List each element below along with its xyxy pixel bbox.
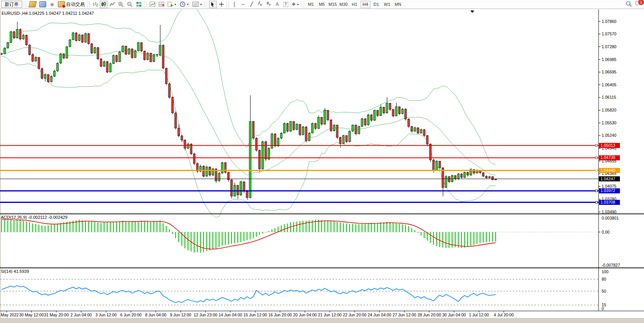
tile-windows-icon[interactable]: [135, 1, 143, 8]
clock-icon: [180, 2, 186, 7]
add-indicator-icon: [167, 2, 173, 7]
candle: [302, 127, 304, 134]
text-icon[interactable]: A: [273, 1, 281, 8]
timeframe-button-M1[interactable]: M1: [306, 1, 316, 8]
candle: [411, 126, 413, 131]
text-label-icon[interactable]: T: [282, 1, 290, 8]
price-level-handle[interactable]: [595, 201, 597, 203]
candle: [153, 54, 155, 61]
candle: [10, 32, 12, 43]
data-center-icon[interactable]: [38, 1, 47, 8]
cursor-icon[interactable]: [209, 1, 217, 8]
toolbar-grip[interactable]: [205, 1, 207, 8]
price-axis-label: 1.06985: [602, 57, 616, 62]
arrow-shapes-button[interactable]: ❖ ▼: [291, 1, 301, 8]
bollinger-upper-line: [2, 7, 496, 164]
candle: [271, 134, 273, 148]
vertical-line-icon[interactable]: │: [231, 1, 238, 8]
candle: [60, 54, 62, 63]
market-watch-icon[interactable]: [28, 1, 37, 8]
line-chart-icon[interactable]: [108, 1, 116, 8]
timeframe-button-M30[interactable]: M30: [339, 1, 349, 8]
rsi-label: SI(14) 41.5939: [1, 269, 29, 274]
macd-histogram-bar: [467, 232, 468, 246]
candlestick-chart-icon-glyph: [101, 2, 106, 7]
macd-histogram-bar: [464, 232, 465, 248]
signals-icon[interactable]: ◉: [48, 1, 56, 8]
zoom-out-icon[interactable]: [126, 1, 134, 8]
timeframe-button-M15[interactable]: M15: [328, 1, 338, 8]
toolbar-grip[interactable]: [302, 1, 304, 8]
macd-histogram-bar: [113, 222, 113, 232]
macd-histogram-bar: [147, 222, 148, 232]
time-axis-label: 12 Jun 23:00: [194, 313, 218, 317]
candlestick-chart-icon[interactable]: [100, 1, 108, 8]
timeframe-button-H1[interactable]: H1: [350, 1, 360, 8]
time-axis-label: 22 Jun 20:00: [343, 313, 367, 317]
bar-chart-icon[interactable]: [91, 1, 99, 8]
autotrading-button[interactable]: 自动交易: [57, 1, 86, 8]
crosshair-icon[interactable]: [218, 1, 225, 8]
timeframe-button-D1[interactable]: D1: [371, 1, 381, 8]
chevron-down-icon: ▼: [297, 3, 299, 6]
signals-icon-glyph: ◉: [50, 2, 54, 7]
toolbar-grip[interactable]: [144, 1, 146, 8]
price-level-handle[interactable]: [595, 157, 597, 159]
candle: [29, 45, 31, 55]
macd-histogram-bar: [107, 222, 107, 232]
crosshair-icon-glyph: [219, 2, 224, 7]
macd-histogram-bar: [169, 229, 169, 232]
periods-button[interactable]: ▼: [179, 1, 190, 8]
chart-shift-marker[interactable]: [470, 10, 474, 13]
candle: [299, 124, 301, 135]
candle: [274, 134, 276, 146]
timeframe-button-MN[interactable]: MN: [393, 1, 403, 8]
macd-histogram-bar: [455, 232, 455, 247]
fibonacci-glyph: ≡F: [266, 0, 271, 8]
candle: [32, 54, 34, 61]
toolbar-grip[interactable]: [87, 1, 89, 8]
search-icon[interactable]: [626, 1, 632, 7]
chevron-down-icon: ▼: [174, 3, 177, 6]
candle: [467, 172, 469, 175]
macd-histogram-bar: [20, 220, 20, 232]
timeframe-button-M5[interactable]: M5: [317, 1, 327, 8]
candle: [423, 129, 425, 136]
macd-histogram-bar: [200, 232, 200, 253]
bar-chart-icon-glyph: [92, 2, 98, 7]
candle: [402, 109, 404, 113]
trendline-icon[interactable]: ╱: [248, 1, 256, 8]
chart-canvas[interactable]: 1.078601.075701.072801.069851.066951.064…: [0, 0, 644, 323]
line-chart-icon-glyph: [110, 2, 115, 7]
candle: [187, 144, 189, 148]
candle: [265, 142, 267, 159]
candle: [395, 107, 397, 116]
add-indicator-button[interactable]: ▼: [166, 1, 178, 8]
macd-histogram-bar: [355, 224, 356, 232]
candle: [327, 110, 329, 120]
macd-histogram-bar: [240, 232, 241, 242]
price-level-handle[interactable]: [595, 190, 597, 192]
macd-histogram-bar: [29, 222, 30, 232]
toolbar-grip[interactable]: [24, 1, 26, 8]
timeframe-button-H4[interactable]: H4: [360, 1, 371, 8]
indicator-window-icon[interactable]: [148, 1, 157, 8]
equidistant-channel-icon[interactable]: ⫽E: [256, 1, 264, 8]
candle: [458, 174, 460, 179]
candle: [94, 47, 96, 53]
toolbar-grip[interactable]: [226, 1, 229, 8]
price-level-handle[interactable]: [595, 145, 597, 147]
template-button[interactable]: ▼: [191, 1, 204, 8]
candle: [128, 49, 130, 54]
zoom-in-icon[interactable]: [117, 1, 125, 8]
macd-histogram-bar: [194, 232, 194, 253]
horizontal-line-icon[interactable]: ─: [239, 1, 247, 8]
macd-histogram-bar: [390, 222, 390, 232]
timeframe-button-W1[interactable]: W1: [382, 1, 392, 8]
indicator-list-icon[interactable]: [157, 1, 165, 8]
chat-button[interactable]: 1: [635, 0, 642, 7]
horizontal-line-glyph: ─: [242, 2, 245, 7]
price-level-handle[interactable]: [595, 169, 597, 171]
new-order-button[interactable]: 新订单: [1, 1, 22, 8]
fibonacci-icon[interactable]: ≡F: [265, 1, 273, 8]
